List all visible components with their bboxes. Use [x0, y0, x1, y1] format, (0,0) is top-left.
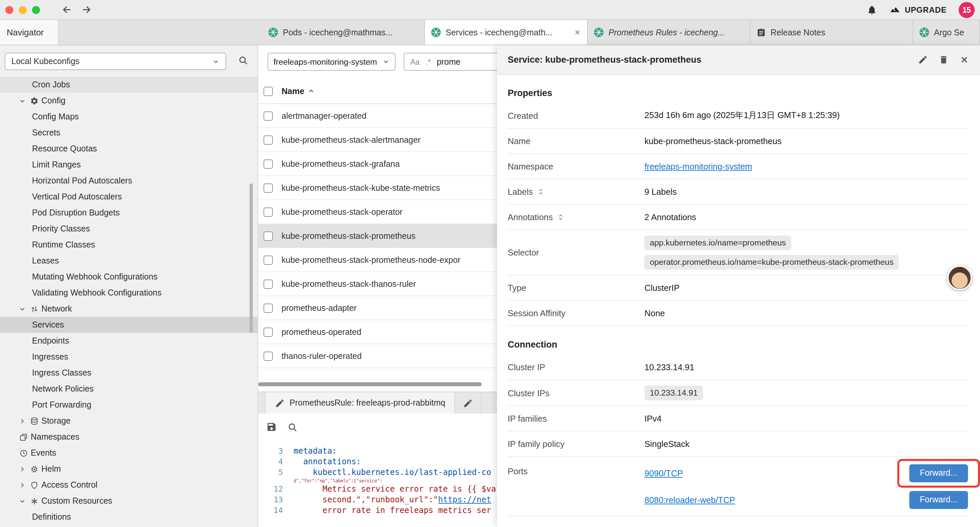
- sidebar-item-validating-webhook-configurations[interactable]: Validating Webhook Configurations: [0, 285, 258, 301]
- expand-toggle-icon[interactable]: [537, 188, 544, 196]
- tab-prometheus-rules-icecheng[interactable]: Prometheus Rules - icecheng...: [588, 20, 751, 45]
- sidebar-item-resource-quotas[interactable]: Resource Quotas: [0, 141, 258, 157]
- edit-button[interactable]: [918, 55, 928, 65]
- port-link[interactable]: 8080:reloader-web/TCP: [644, 495, 735, 505]
- sidebar-item-pod-disruption-budgets[interactable]: Pod Disruption Budgets: [0, 205, 258, 221]
- tab-argo-se[interactable]: Argo Se: [913, 20, 980, 45]
- sidebar-scrollbar[interactable]: [250, 183, 253, 333]
- regex-toggle[interactable]: .*: [426, 58, 431, 66]
- close-icon[interactable]: [959, 55, 969, 65]
- sidebar-item-access-control[interactable]: Access Control: [0, 477, 258, 493]
- row-checkbox[interactable]: [264, 111, 273, 120]
- sidebar-item-config-maps[interactable]: Config Maps: [0, 109, 258, 125]
- match-case-toggle[interactable]: Aa: [410, 58, 420, 66]
- sidebar-item-mutating-webhook-configurations[interactable]: Mutating Webhook Configurations: [0, 269, 258, 285]
- notification-count-badge[interactable]: 15: [959, 2, 975, 18]
- sidebar-item-runtime-classes[interactable]: Runtime Classes: [0, 237, 258, 253]
- sidebar-item-config[interactable]: Config: [0, 93, 258, 109]
- upgrade-button[interactable]: UPGRADE: [889, 5, 947, 15]
- row-checkbox[interactable]: [264, 303, 273, 312]
- sidebar-search-icon[interactable]: [238, 56, 248, 65]
- delete-button[interactable]: [939, 55, 949, 65]
- cluster-icon: [594, 27, 604, 37]
- value-badge: operator.prometheus.io/name=kube-prometh…: [644, 255, 899, 269]
- chevron-down-icon[interactable]: [16, 97, 28, 104]
- sidebar-item-leases[interactable]: Leases: [0, 253, 258, 269]
- row-checkbox[interactable]: [264, 231, 273, 240]
- sidebar-item-label: Custom Resources: [41, 496, 112, 506]
- sidebar-item-events[interactable]: Events: [0, 445, 258, 461]
- sidebar-item-endpoints[interactable]: Endpoints: [0, 333, 258, 349]
- sidebar-item-ingresses[interactable]: Ingresses: [0, 349, 258, 365]
- row-label: Cluster IPs: [508, 388, 644, 398]
- tab-release-notes[interactable]: Release Notes: [751, 20, 913, 45]
- dock-tab-next[interactable]: [455, 392, 482, 414]
- drawer-row-name: Namekube-prometheus-stack-prometheus: [508, 129, 969, 154]
- kubeconfig-selector[interactable]: Local Kubeconfigs: [5, 53, 226, 70]
- row-label: Type: [508, 283, 644, 293]
- tab-close-icon[interactable]: [574, 29, 581, 36]
- chevron-right-icon[interactable]: [16, 417, 28, 425]
- drawer-row-annotations: Annotations2 Annotations: [508, 205, 969, 230]
- sidebar-item-vertical-pod-autoscalers[interactable]: Vertical Pod Autoscalers: [0, 189, 258, 205]
- sidebar-item-network-policies[interactable]: Network Policies: [0, 381, 258, 397]
- sidebar-item-ingress-classes[interactable]: Ingress Classes: [0, 365, 258, 381]
- row-checkbox[interactable]: [264, 279, 273, 288]
- sidebar-item-secrets[interactable]: Secrets: [0, 125, 258, 141]
- chevron-down-icon[interactable]: [16, 305, 28, 312]
- row-checkbox[interactable]: [264, 255, 273, 264]
- row-checkbox[interactable]: [264, 351, 273, 361]
- row-label: Created: [508, 111, 644, 121]
- sidebar-item-services[interactable]: Services: [0, 317, 258, 333]
- drawer-row-ports: Ports9090/TCPForward...8080:reloader-web…: [508, 457, 969, 516]
- tab-services-icecheng-math[interactable]: Services - icecheng@math...: [425, 20, 588, 45]
- row-checkbox[interactable]: [264, 183, 273, 193]
- sidebar-item-cron-jobs[interactable]: Cron Jobs: [0, 77, 258, 93]
- namespace-filter-select[interactable]: freeleaps-monitoring-system: [267, 53, 396, 71]
- chevron-down-icon[interactable]: [16, 497, 28, 505]
- row-value: kube-prometheus-stack-prometheus: [644, 136, 781, 146]
- forward-arrow-icon[interactable]: [81, 4, 92, 15]
- row-checkbox[interactable]: [264, 327, 273, 336]
- select-all-checkbox[interactable]: [264, 86, 273, 96]
- sidebar-item-custom-resources[interactable]: Custom Resources: [0, 493, 258, 509]
- chevron-right-icon[interactable]: [16, 465, 28, 473]
- port-forward-button[interactable]: Forward...: [909, 464, 968, 482]
- save-button[interactable]: [266, 422, 277, 432]
- back-arrow-icon[interactable]: [61, 4, 73, 15]
- expand-toggle-icon[interactable]: [557, 213, 564, 221]
- sidebar-item-port-forwarding[interactable]: Port Forwarding: [0, 397, 258, 413]
- sidebar-item-label: Cron Jobs: [32, 80, 70, 89]
- port-forward-button[interactable]: Forward...: [909, 490, 968, 509]
- sidebar-item-horizontal-pod-autoscalers[interactable]: Horizontal Pod Autoscalers: [0, 173, 258, 189]
- dock-tab-prometheusrule[interactable]: PrometheusRule: freeleaps-prod-rabbitmq: [265, 392, 455, 414]
- row-checkbox[interactable]: [264, 207, 273, 217]
- assistant-avatar[interactable]: [947, 266, 972, 290]
- sidebar-item-storage[interactable]: Storage: [0, 413, 258, 429]
- horizontal-scrollbar[interactable]: [258, 382, 482, 386]
- port-list: 9090/TCPForward...8080:reloader-web/TCPF…: [644, 457, 969, 516]
- row-checkbox[interactable]: [264, 135, 273, 145]
- sidebar-item-network[interactable]: Network: [0, 301, 258, 317]
- sidebar-item-priority-classes[interactable]: Priority Classes: [0, 221, 258, 237]
- navigator-panel-tab[interactable]: Navigator: [0, 20, 59, 45]
- column-header-name[interactable]: Name: [282, 86, 315, 96]
- chevron-right-icon[interactable]: [16, 481, 28, 489]
- port-link[interactable]: 9090/TCP: [644, 468, 683, 478]
- value-badge: app.kubernetes.io/name=prometheus: [644, 236, 791, 250]
- sidebar-item-definitions[interactable]: Definitions: [0, 509, 258, 525]
- sidebar-item-limit-ranges[interactable]: Limit Ranges: [0, 157, 258, 173]
- tab-pods-icecheng-mathmas[interactable]: Pods - icecheng@mathmas...: [262, 20, 425, 45]
- traffic-light-zoom[interactable]: [32, 6, 40, 14]
- sidebar-item-helm[interactable]: Helm: [0, 461, 258, 477]
- traffic-light-close[interactable]: [5, 6, 13, 14]
- namespace-link[interactable]: freeleaps-monitoring-system: [644, 161, 752, 172]
- line-number: 14: [258, 505, 283, 516]
- sidebar-item-label: Ingress Classes: [32, 368, 91, 377]
- notifications-bell-icon[interactable]: [867, 4, 877, 15]
- sidebar-item-label: Vertical Pod Autoscalers: [32, 192, 122, 201]
- sidebar-item-namespaces[interactable]: Namespaces: [0, 429, 258, 445]
- traffic-light-minimize[interactable]: [19, 6, 27, 14]
- editor-search-icon[interactable]: [288, 422, 298, 432]
- row-checkbox[interactable]: [264, 159, 273, 169]
